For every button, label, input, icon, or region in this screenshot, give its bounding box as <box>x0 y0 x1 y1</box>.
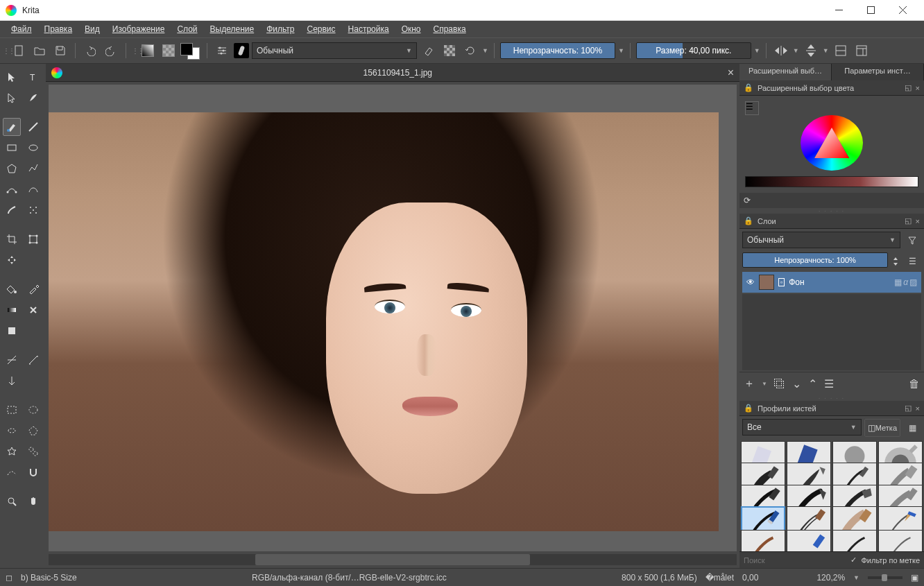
menu-select[interactable]: Выделение <box>205 23 260 35</box>
toolbar-grip-icon[interactable]: ⋮⋮ <box>3 47 7 55</box>
zoom-slider[interactable] <box>868 576 902 579</box>
docker-tab-tool-options[interactable]: Параметры инст… <box>832 64 924 80</box>
smart-fill-tool[interactable] <box>3 322 21 340</box>
brush-preset-20[interactable] <box>878 530 923 551</box>
size-slider[interactable]: Размер: 40,00 пикс. <box>636 42 751 59</box>
blend-mode-combo[interactable]: Обычный▼ <box>252 42 417 59</box>
fit-page-button[interactable]: ▣ <box>911 573 918 583</box>
color-swatch[interactable] <box>180 43 201 58</box>
edit-shapes-tool[interactable] <box>3 89 21 107</box>
layer-opacity-slider[interactable]: Непрозрачность: 100% <box>742 252 888 268</box>
alpha-lock-button[interactable] <box>440 42 459 60</box>
opacity-slider[interactable]: Непрозрачность: 100% <box>500 42 615 59</box>
color-wheel[interactable] <box>801 115 863 171</box>
move-layer-down-button[interactable]: ⌄ <box>792 377 801 390</box>
brush-preset-18[interactable] <box>787 530 831 551</box>
polygon-tool[interactable] <box>3 160 21 178</box>
float-docker-button[interactable]: ◱ <box>905 83 912 92</box>
line-tool[interactable] <box>24 118 42 136</box>
wrap-mode-button[interactable] <box>832 42 850 60</box>
measure-tool[interactable] <box>24 351 42 369</box>
menu-image[interactable]: Изображение <box>107 23 171 35</box>
menu-tools[interactable]: Сервис <box>301 23 341 35</box>
move-layer-tool[interactable] <box>3 251 21 269</box>
docker-tab-color[interactable]: Расширенный выб… <box>739 64 832 80</box>
mirror-horizontal-button[interactable] <box>772 42 790 60</box>
status-rotation-reset[interactable]: �målet <box>705 573 734 583</box>
brush-preset-19[interactable] <box>832 530 877 551</box>
open-file-button[interactable] <box>31 42 49 60</box>
crop-tool[interactable] <box>3 230 21 248</box>
window-minimize-button[interactable] <box>823 0 855 21</box>
magnetic-select-tool[interactable] <box>24 463 42 481</box>
calligraphy-tool[interactable] <box>24 89 42 107</box>
menu-window[interactable]: Окно <box>396 23 427 35</box>
undo-button[interactable] <box>81 42 99 60</box>
pattern-edit-tool[interactable] <box>24 301 42 319</box>
layer-properties-button[interactable]: ☰ <box>824 377 834 390</box>
color-picker-panel[interactable]: ☰ <box>739 96 924 193</box>
fill-tool[interactable] <box>3 280 21 298</box>
close-document-button[interactable]: × <box>728 67 734 79</box>
toolbar-grip-icon[interactable]: ⋮⋮ <box>132 47 136 55</box>
filter-by-tag-label[interactable]: Фильтр по метке <box>861 556 920 565</box>
freehand-brush-tool[interactable] <box>3 118 21 136</box>
add-layer-button[interactable]: ＋ <box>744 377 755 391</box>
brush-preset-17[interactable] <box>741 530 785 551</box>
zoom-dropdown[interactable]: ▼ <box>853 574 859 581</box>
reload-preset-button[interactable] <box>461 42 479 60</box>
brush-tag-button[interactable]: ◫ Метка <box>864 419 900 437</box>
brush-search-input[interactable] <box>744 556 846 565</box>
move-tool[interactable] <box>3 68 21 86</box>
bezier-tool[interactable] <box>3 180 21 198</box>
window-maximize-button[interactable] <box>855 0 887 21</box>
close-docker-button[interactable]: × <box>916 217 920 225</box>
float-docker-button[interactable]: ◱ <box>905 216 912 225</box>
save-file-button[interactable] <box>51 42 69 60</box>
layer-props-icon[interactable]: ▦ <box>894 277 902 287</box>
layer-alpha-icon[interactable]: α <box>903 277 908 287</box>
opacity-spinner[interactable] <box>891 252 900 270</box>
text-tool[interactable]: T <box>24 68 42 86</box>
delete-layer-button[interactable]: 🗑 <box>909 378 920 390</box>
move-layer-up-button[interactable]: ⌃ <box>808 377 817 390</box>
color-history-bar[interactable]: ⟳ <box>739 193 924 208</box>
visibility-icon[interactable]: 👁 <box>746 277 755 287</box>
zoom-tool[interactable] <box>3 492 21 510</box>
rectangle-tool[interactable] <box>3 139 21 157</box>
close-docker-button[interactable]: × <box>916 84 920 92</box>
docker-splitter[interactable]: · · · · · <box>739 395 924 401</box>
eraser-mode-button[interactable] <box>420 42 438 60</box>
layer-lock-icon[interactable]: ▨ <box>909 277 917 287</box>
brush-settings-button[interactable] <box>213 42 231 60</box>
layer-blend-combo[interactable]: Обычный▼ <box>742 232 900 248</box>
color-picker-tool[interactable] <box>24 280 42 298</box>
reference-tool[interactable] <box>3 372 21 390</box>
polyline-tool[interactable] <box>24 160 42 178</box>
menu-help[interactable]: Справка <box>428 23 472 35</box>
layer-filter-button[interactable] <box>903 232 921 250</box>
color-value-bar[interactable] <box>745 176 918 187</box>
gradient-button[interactable] <box>139 42 157 60</box>
polygon-select-tool[interactable] <box>24 422 42 440</box>
mirror-vertical-button[interactable] <box>802 42 820 60</box>
float-docker-button[interactable]: ◱ <box>905 404 912 413</box>
menu-view[interactable]: Вид <box>79 23 105 35</box>
close-docker-button[interactable]: × <box>916 404 920 413</box>
docker-splitter[interactable]: · · · · · <box>739 208 924 214</box>
menu-filter[interactable]: Фильтр <box>261 23 300 35</box>
status-selection-icon[interactable]: ◻ <box>6 573 12 583</box>
gradient-tool[interactable] <box>3 301 21 319</box>
assistant-tool[interactable] <box>3 351 21 369</box>
transform-tool[interactable] <box>24 230 42 248</box>
menu-settings[interactable]: Настройка <box>343 23 395 35</box>
rect-select-tool[interactable] <box>3 401 21 419</box>
bezier-select-tool[interactable] <box>3 463 21 481</box>
pattern-button[interactable] <box>160 42 178 60</box>
brush-view-button[interactable]: ▦ <box>903 419 921 437</box>
layer-item[interactable]: 👁 ▫ Фон ▦ α ▨ <box>742 272 921 293</box>
layer-options-button[interactable]: ☰ <box>903 252 921 270</box>
freehand-select-tool[interactable] <box>3 422 21 440</box>
freehand-path-tool[interactable] <box>24 180 42 198</box>
new-file-button[interactable] <box>10 42 28 60</box>
